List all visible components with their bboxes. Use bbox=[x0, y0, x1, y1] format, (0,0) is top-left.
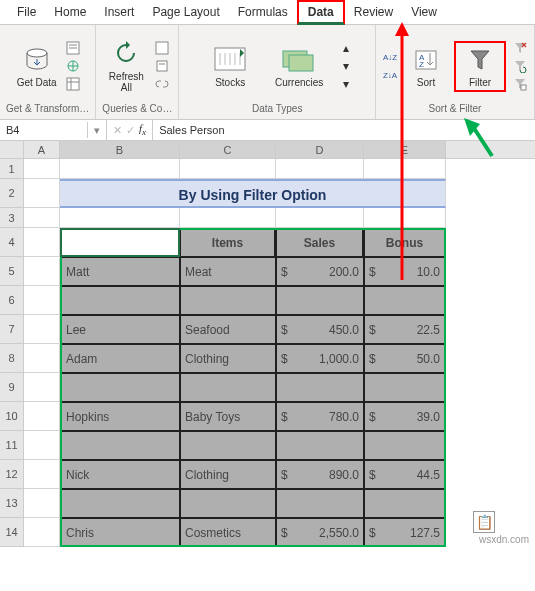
advanced-filter-icon[interactable] bbox=[512, 77, 528, 92]
table-cell[interactable]: $50.0 bbox=[364, 344, 446, 373]
table-cell[interactable] bbox=[60, 286, 180, 315]
table-cell[interactable]: Lee bbox=[60, 315, 180, 344]
table-cell[interactable] bbox=[60, 431, 180, 460]
paste-options-button[interactable]: 📋 bbox=[473, 511, 495, 533]
table-cell[interactable]: $1,000.0 bbox=[276, 344, 364, 373]
cell[interactable] bbox=[24, 257, 60, 286]
cell[interactable] bbox=[24, 460, 60, 489]
table-cell[interactable]: Nick bbox=[60, 460, 180, 489]
properties-icon[interactable] bbox=[154, 59, 170, 74]
menu-formulas[interactable]: Formulas bbox=[229, 2, 297, 22]
col-D[interactable]: D bbox=[276, 141, 364, 158]
select-all-corner[interactable] bbox=[0, 141, 24, 158]
cell[interactable] bbox=[276, 159, 364, 179]
cell[interactable] bbox=[24, 344, 60, 373]
row-14[interactable]: 14 bbox=[0, 518, 24, 547]
currencies-button[interactable]: Currencies bbox=[266, 45, 332, 88]
col-E[interactable]: E bbox=[364, 141, 446, 158]
menu-page-layout[interactable]: Page Layout bbox=[143, 2, 228, 22]
clear-filter-icon[interactable] bbox=[512, 41, 528, 56]
cell[interactable] bbox=[364, 208, 446, 228]
sort-button[interactable]: AZ Sort bbox=[404, 45, 448, 88]
cell[interactable] bbox=[24, 431, 60, 460]
cell[interactable] bbox=[24, 315, 60, 344]
sort-asc-button[interactable]: A↓Z bbox=[382, 50, 398, 65]
enter-icon[interactable]: ✓ bbox=[126, 124, 135, 137]
col-B[interactable]: B bbox=[60, 141, 180, 158]
row-10[interactable]: 10 bbox=[0, 402, 24, 431]
table-cell[interactable]: $22.5 bbox=[364, 315, 446, 344]
cell[interactable] bbox=[60, 159, 180, 179]
cell[interactable] bbox=[24, 208, 60, 228]
sort-desc-button[interactable]: Z↓A bbox=[382, 68, 398, 83]
cell[interactable] bbox=[60, 208, 180, 228]
table-cell[interactable] bbox=[180, 489, 276, 518]
get-data-button[interactable]: Get Data bbox=[15, 45, 59, 88]
table-cell[interactable] bbox=[60, 489, 180, 518]
row-3[interactable]: 3 bbox=[0, 208, 24, 228]
table-cell[interactable] bbox=[364, 431, 446, 460]
data-types-more-icon[interactable]: ▾ bbox=[338, 77, 354, 92]
table-cell[interactable]: $44.5 bbox=[364, 460, 446, 489]
cell[interactable] bbox=[24, 179, 60, 208]
formula-content[interactable]: Sales Person bbox=[153, 122, 230, 138]
from-text-icon[interactable] bbox=[65, 41, 81, 56]
row-8[interactable]: 8 bbox=[0, 344, 24, 373]
menu-view[interactable]: View bbox=[402, 2, 446, 22]
table-header[interactable]: Items bbox=[180, 228, 276, 257]
table-cell[interactable]: $10.0 bbox=[364, 257, 446, 286]
table-cell[interactable]: $2,550.0 bbox=[276, 518, 364, 547]
refresh-all-button[interactable]: Refresh All bbox=[104, 39, 148, 93]
row-2[interactable]: 2 bbox=[0, 179, 24, 208]
data-types-down-icon[interactable]: ▾ bbox=[338, 59, 354, 74]
table-cell[interactable]: $127.5 bbox=[364, 518, 446, 547]
queries-connections-icon[interactable] bbox=[154, 41, 170, 56]
table-cell[interactable]: Matt bbox=[60, 257, 180, 286]
fx-icon[interactable]: fx bbox=[139, 122, 146, 137]
table-cell[interactable]: Seafood bbox=[180, 315, 276, 344]
reapply-filter-icon[interactable] bbox=[512, 59, 528, 74]
table-cell[interactable]: $450.0 bbox=[276, 315, 364, 344]
menu-insert[interactable]: Insert bbox=[95, 2, 143, 22]
table-header[interactable]: Sales Person bbox=[60, 228, 180, 257]
table-cell[interactable]: Chris bbox=[60, 518, 180, 547]
table-cell[interactable] bbox=[364, 489, 446, 518]
row-1[interactable]: 1 bbox=[0, 159, 24, 179]
edit-links-icon[interactable] bbox=[154, 77, 170, 92]
table-cell[interactable] bbox=[276, 489, 364, 518]
table-cell[interactable] bbox=[180, 286, 276, 315]
table-cell[interactable]: Meat bbox=[180, 257, 276, 286]
table-cell[interactable]: $39.0 bbox=[364, 402, 446, 431]
row-12[interactable]: 12 bbox=[0, 460, 24, 489]
table-cell[interactable]: Hopkins bbox=[60, 402, 180, 431]
row-7[interactable]: 7 bbox=[0, 315, 24, 344]
table-cell[interactable] bbox=[276, 373, 364, 402]
name-box[interactable]: B4 bbox=[0, 122, 88, 138]
cell[interactable] bbox=[24, 518, 60, 547]
col-C[interactable]: C bbox=[180, 141, 276, 158]
cell[interactable] bbox=[24, 159, 60, 179]
cell[interactable] bbox=[364, 159, 446, 179]
table-cell[interactable]: Cosmetics bbox=[180, 518, 276, 547]
cell[interactable] bbox=[24, 402, 60, 431]
table-cell[interactable] bbox=[60, 373, 180, 402]
cell[interactable] bbox=[24, 228, 60, 257]
cell[interactable] bbox=[24, 489, 60, 518]
table-cell[interactable] bbox=[180, 431, 276, 460]
menu-file[interactable]: File bbox=[8, 2, 45, 22]
table-cell[interactable] bbox=[276, 431, 364, 460]
filter-button[interactable]: Filter bbox=[458, 45, 502, 88]
data-types-up-icon[interactable]: ▴ bbox=[338, 41, 354, 56]
menu-data[interactable]: Data bbox=[297, 0, 345, 25]
from-table-icon[interactable] bbox=[65, 77, 81, 92]
table-cell[interactable] bbox=[180, 373, 276, 402]
table-cell[interactable] bbox=[364, 286, 446, 315]
table-cell[interactable] bbox=[364, 373, 446, 402]
cell[interactable] bbox=[24, 286, 60, 315]
table-cell[interactable]: $200.0 bbox=[276, 257, 364, 286]
menu-review[interactable]: Review bbox=[345, 2, 402, 22]
menu-home[interactable]: Home bbox=[45, 2, 95, 22]
table-cell[interactable]: Adam bbox=[60, 344, 180, 373]
row-13[interactable]: 13 bbox=[0, 489, 24, 518]
cancel-icon[interactable]: ✕ bbox=[113, 124, 122, 137]
